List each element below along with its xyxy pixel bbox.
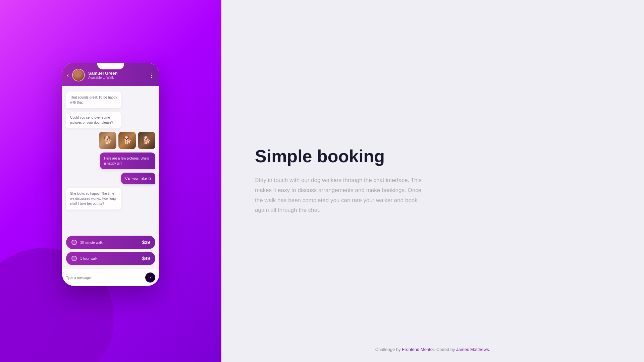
message-5: She looks so happy! The time we discusse…: [66, 188, 121, 209]
option-label-1: 30 minute walk: [80, 241, 139, 244]
radio-1hr[interactable]: [71, 256, 77, 261]
frontend-mentor-link[interactable]: Frontend Mentor: [402, 347, 434, 352]
back-button[interactable]: ‹: [67, 72, 69, 79]
dog-photo-1: [99, 132, 116, 149]
message-3: Here are a few pictures. She's a happy g…: [100, 153, 155, 169]
send-icon: ›: [150, 275, 151, 280]
main-title: Simple booking: [255, 147, 610, 166]
chat-input-area: ›: [62, 269, 159, 286]
main-description: Stay in touch with our dog walkers throu…: [255, 175, 429, 215]
dog-photo-2: [118, 132, 136, 149]
booking-options: 30 minute walk $29 1 hour walk $49: [62, 234, 159, 269]
dog-photo-3: [138, 132, 155, 149]
radio-30min[interactable]: [71, 240, 77, 245]
footer-prefix: Challenge by: [375, 347, 402, 352]
chat-body: That sounds great. I'd be happy with tha…: [62, 86, 159, 234]
phone-wrapper: ‹ Samuel Green Available to Walk ⋮ That …: [62, 63, 159, 286]
message-input[interactable]: [66, 276, 143, 280]
option-price-2: $49: [142, 256, 150, 261]
contact-name: Samuel Green: [88, 71, 145, 76]
message-4: Can you make it?: [121, 173, 155, 184]
contact-status: Available to Walk: [88, 76, 145, 79]
message-1: That sounds great. I'd be happy with tha…: [66, 92, 121, 108]
footer-coded-by: . Coded by: [434, 347, 457, 352]
avatar-image: [73, 69, 84, 81]
dog-photos: [99, 132, 155, 149]
booking-option-1[interactable]: 30 minute walk $29: [66, 236, 155, 249]
option-price-1: $29: [142, 240, 150, 245]
author-link[interactable]: James Matthews: [456, 347, 489, 352]
footer: Challenge by Frontend Mentor. Coded by J…: [221, 347, 644, 352]
right-section: Simple booking Stay in touch with our do…: [221, 0, 644, 362]
send-button[interactable]: ›: [145, 273, 155, 283]
header-info: Samuel Green Available to Walk: [88, 71, 145, 79]
left-section: ‹ Samuel Green Available to Walk ⋮ That …: [0, 0, 221, 362]
option-label-2: 1 hour walk: [80, 257, 139, 260]
more-button[interactable]: ⋮: [149, 71, 155, 79]
phone-mockup: ‹ Samuel Green Available to Walk ⋮ That …: [62, 63, 159, 286]
avatar: [72, 69, 85, 81]
footer-suffix: .: [489, 347, 490, 352]
chat-header: ‹ Samuel Green Available to Walk ⋮: [62, 63, 159, 86]
message-2: Could you send over some pictures of you…: [66, 112, 121, 128]
booking-option-2[interactable]: 1 hour walk $49: [66, 252, 155, 265]
